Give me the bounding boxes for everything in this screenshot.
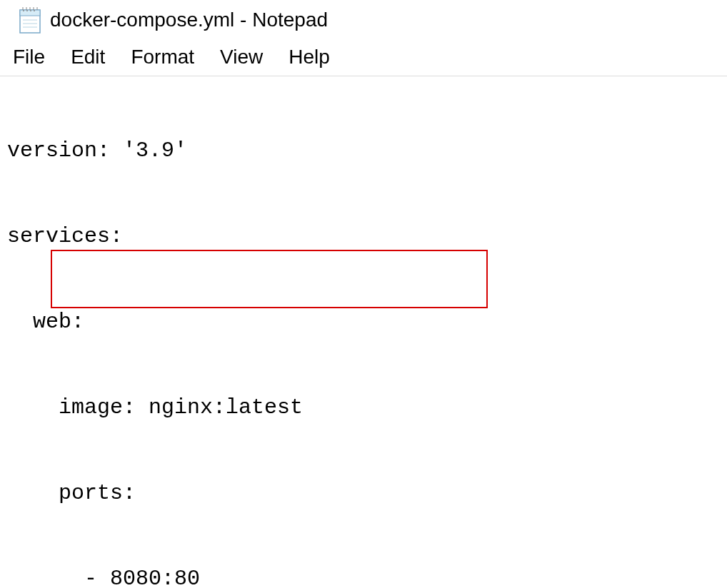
svg-point-5	[34, 10, 35, 11]
code-line: image: nginx:latest	[7, 393, 727, 422]
code-line: ports:	[7, 479, 727, 507]
menu-help[interactable]: Help	[276, 44, 343, 70]
window-title: docker-compose.yml - Notepad	[50, 9, 328, 31]
code-line: - 8080:80	[7, 564, 727, 588]
menu-file[interactable]: File	[9, 44, 58, 70]
menubar: File Edit Format View Help	[0, 41, 727, 76]
menu-edit[interactable]: Edit	[58, 44, 118, 70]
code-line: web:	[7, 308, 727, 336]
menu-view[interactable]: View	[207, 44, 276, 70]
editor-area[interactable]: version: '3.9' services: web: image: ngi…	[0, 76, 727, 588]
svg-point-4	[30, 10, 31, 11]
svg-point-3	[26, 10, 28, 11]
code-line: version: '3.9'	[7, 136, 727, 165]
code-line: services:	[7, 222, 727, 250]
notepad-icon	[17, 6, 43, 34]
menu-format[interactable]: Format	[118, 44, 207, 70]
titlebar: docker-compose.yml - Notepad	[0, 0, 727, 41]
svg-point-2	[23, 10, 24, 11]
highlight-annotation	[51, 250, 488, 308]
